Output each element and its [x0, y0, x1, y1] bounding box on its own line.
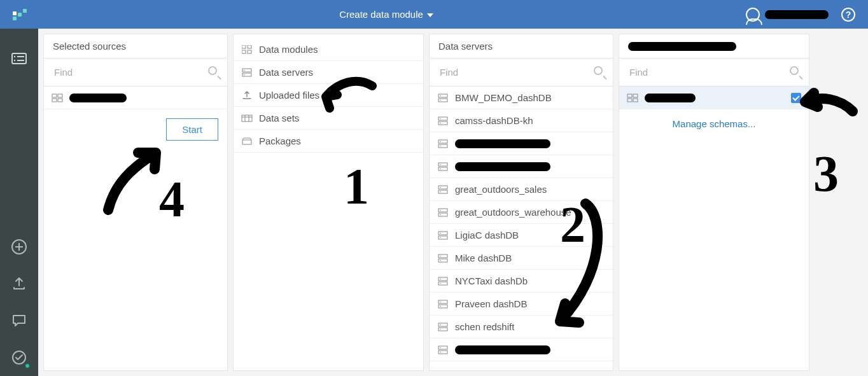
- page-title-dropdown[interactable]: Create data module: [339, 9, 433, 20]
- server-item[interactable]: [430, 155, 613, 178]
- type-uploaded-files[interactable]: Uploaded files: [234, 84, 423, 107]
- svg-rect-50: [438, 232, 447, 235]
- svg-point-36: [440, 141, 441, 142]
- svg-point-28: [440, 95, 441, 96]
- svg-point-33: [440, 122, 441, 123]
- svg-rect-21: [242, 115, 252, 122]
- search-row-sources: [44, 59, 227, 87]
- help-icon[interactable]: ?: [841, 8, 855, 22]
- server-name-redacted: [628, 42, 736, 51]
- schema-icon: [52, 94, 63, 102]
- svg-point-20: [244, 74, 245, 75]
- server-item[interactable]: BMW_DEMO_dashDB: [430, 87, 613, 109]
- brand-icon: [13, 8, 27, 22]
- type-label: Data servers: [259, 67, 313, 78]
- search-icon[interactable]: [594, 66, 606, 79]
- type-data-modules[interactable]: Data modules: [234, 38, 423, 61]
- package-icon: [241, 137, 253, 146]
- panel-header-schemas: [619, 34, 809, 59]
- svg-rect-11: [52, 99, 57, 102]
- rail-source-icon[interactable]: [10, 49, 29, 68]
- server-item[interactable]: [430, 132, 613, 155]
- svg-point-40: [440, 164, 441, 165]
- svg-rect-35: [438, 144, 447, 148]
- server-item[interactable]: Mike dashDB: [430, 247, 613, 270]
- svg-rect-74: [627, 94, 632, 97]
- svg-rect-76: [627, 99, 632, 102]
- search-icon[interactable]: [790, 66, 802, 79]
- dataset-icon: [241, 114, 253, 123]
- svg-point-65: [440, 305, 441, 307]
- svg-rect-62: [438, 300, 447, 303]
- user-menu[interactable]: [746, 8, 829, 22]
- type-label: Uploaded files: [259, 90, 319, 101]
- svg-rect-43: [438, 190, 447, 193]
- server-item[interactable]: camss-dashDB-kh: [430, 109, 613, 132]
- svg-rect-55: [438, 259, 447, 262]
- server-icon: [437, 231, 449, 240]
- svg-rect-54: [438, 254, 447, 258]
- rail-chat-icon[interactable]: [10, 311, 29, 330]
- svg-point-57: [440, 260, 441, 261]
- server-label: NYCTaxi dashDb: [455, 275, 528, 286]
- server-label: schen redshift: [455, 321, 514, 332]
- server-item[interactable]: LigiaC dashDB: [430, 224, 613, 247]
- svg-rect-34: [438, 140, 447, 143]
- rail-upload-icon[interactable]: [10, 274, 29, 293]
- svg-rect-9: [52, 94, 57, 97]
- svg-rect-70: [438, 346, 447, 349]
- search-icon[interactable]: [208, 66, 221, 79]
- type-packages[interactable]: Packages: [234, 130, 423, 153]
- server-name-redacted: [455, 345, 550, 354]
- svg-point-72: [440, 347, 441, 348]
- panel-data-servers: Data servers BMW_DEMO_dashDBcamss-dashDB…: [429, 34, 613, 371]
- svg-rect-38: [438, 163, 447, 166]
- rail-status-icon[interactable]: [10, 348, 29, 367]
- server-label: Mike dashDB: [455, 253, 512, 263]
- svg-rect-47: [438, 213, 447, 216]
- server-item[interactable]: schen redshift: [430, 316, 613, 338]
- svg-rect-58: [438, 277, 447, 281]
- selected-source-item[interactable]: [44, 87, 227, 109]
- page-title: Create data module: [339, 9, 423, 20]
- panel-selected-sources: Selected sources Start: [43, 34, 228, 371]
- brand-logo[interactable]: [13, 8, 27, 22]
- search-row-servers: [430, 59, 613, 87]
- server-icon: [437, 254, 449, 263]
- type-data-sets[interactable]: Data sets: [234, 107, 423, 130]
- rail-add-icon[interactable]: [10, 237, 29, 256]
- svg-rect-46: [438, 209, 447, 212]
- svg-point-37: [440, 145, 441, 146]
- svg-point-1: [14, 56, 15, 57]
- checkmark-icon: [791, 93, 801, 103]
- svg-rect-16: [248, 50, 251, 53]
- search-input-schemas[interactable]: [628, 66, 790, 78]
- server-icon: [437, 277, 449, 286]
- svg-rect-0: [12, 53, 26, 64]
- server-item[interactable]: Praveen dashDB: [430, 293, 613, 316]
- search-input-sources[interactable]: [53, 66, 208, 78]
- server-icon: [437, 185, 449, 194]
- server-item[interactable]: great_outdoors_warehouse: [430, 201, 613, 224]
- server-item[interactable]: great_outdoors_sales: [430, 178, 613, 201]
- source-name-redacted: [69, 94, 127, 102]
- svg-rect-31: [438, 122, 447, 125]
- server-item[interactable]: NYCTaxi dashDb: [430, 270, 613, 293]
- type-data-servers[interactable]: Data servers: [234, 61, 423, 84]
- server-label: great_outdoors_warehouse: [455, 207, 571, 218]
- manage-schemas-link[interactable]: Manage schemas...: [619, 109, 809, 138]
- server-name-redacted: [455, 139, 550, 148]
- search-input-servers[interactable]: [438, 66, 594, 78]
- schema-item[interactable]: [619, 87, 809, 109]
- svg-rect-63: [438, 305, 447, 308]
- server-label: great_outdoors_sales: [455, 184, 547, 195]
- start-button[interactable]: Start: [166, 118, 218, 141]
- svg-rect-27: [438, 99, 447, 102]
- svg-point-73: [440, 351, 441, 352]
- server-item[interactable]: [430, 338, 613, 361]
- svg-point-41: [440, 168, 441, 169]
- schema-icon: [627, 94, 638, 102]
- svg-point-29: [440, 99, 441, 101]
- status-dot: [25, 363, 30, 368]
- upload-icon: [241, 91, 253, 100]
